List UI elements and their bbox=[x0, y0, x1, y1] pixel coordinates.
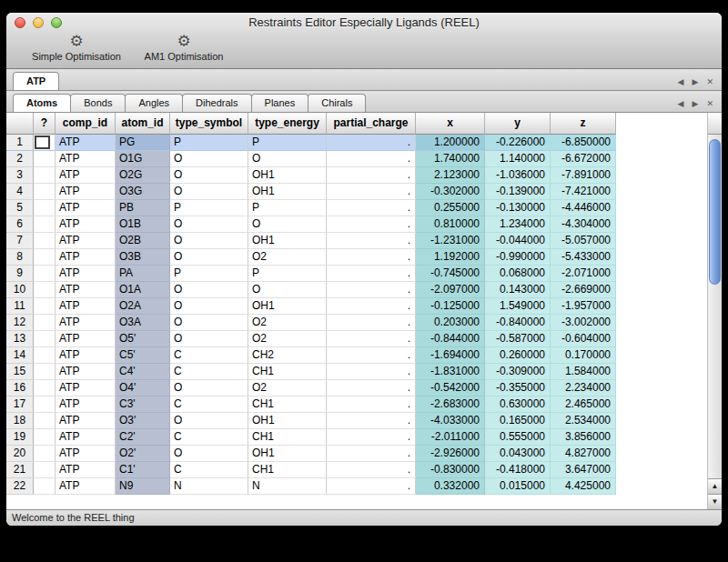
cell-partial-charge[interactable]: . bbox=[327, 315, 416, 331]
cell-type-symbol[interactable]: P bbox=[170, 266, 248, 282]
cell-comp-id[interactable]: ATP bbox=[56, 135, 116, 151]
cell-type-symbol[interactable]: O bbox=[170, 331, 248, 347]
cell-question[interactable] bbox=[34, 364, 56, 380]
cell-y[interactable]: -0.044000 bbox=[485, 233, 551, 249]
cell-z[interactable]: -7.421000 bbox=[551, 184, 616, 200]
cell-type-symbol[interactable]: O bbox=[170, 446, 248, 462]
header-type-symbol[interactable]: type_symbol bbox=[170, 113, 248, 135]
cell-atom-id[interactable]: PA bbox=[116, 266, 170, 282]
row-number[interactable]: 21 bbox=[6, 462, 34, 478]
cell-question[interactable] bbox=[34, 184, 56, 200]
cell-y[interactable]: -0.130000 bbox=[485, 200, 551, 216]
cell-question[interactable] bbox=[34, 478, 56, 495]
header-atom-id[interactable]: atom_id bbox=[116, 113, 170, 135]
cell-y[interactable]: 0.068000 bbox=[485, 266, 551, 282]
cell-type-energy[interactable]: O bbox=[248, 216, 327, 233]
cell-z[interactable]: 3.647000 bbox=[551, 462, 616, 478]
cell-partial-charge[interactable]: . bbox=[327, 233, 416, 249]
cell-x[interactable]: 1.200000 bbox=[416, 135, 485, 151]
cell-x[interactable]: -2.683000 bbox=[416, 396, 485, 413]
cell-type-symbol[interactable]: C bbox=[170, 364, 248, 380]
cell-type-symbol[interactable]: O bbox=[170, 184, 248, 200]
header-partial-charge[interactable]: partial_charge bbox=[327, 113, 416, 135]
cell-atom-id[interactable]: O2G bbox=[116, 167, 170, 184]
cell-x[interactable]: -0.745000 bbox=[416, 266, 485, 282]
cell-y[interactable]: -0.139000 bbox=[485, 184, 551, 200]
row-number[interactable]: 10 bbox=[6, 282, 34, 298]
header-type-energy[interactable]: type_energy bbox=[248, 113, 327, 135]
cell-question[interactable] bbox=[34, 429, 56, 446]
cell-y[interactable]: 0.555000 bbox=[485, 429, 551, 446]
cell-comp-id[interactable]: ATP bbox=[56, 446, 116, 462]
titlebar[interactable]: Restraints Editor Especially Ligands (RE… bbox=[6, 13, 722, 33]
tab-scroll-right-icon[interactable]: ▶ bbox=[693, 99, 699, 108]
tab-planes[interactable]: Planes bbox=[251, 94, 309, 112]
cell-x[interactable]: -1.831000 bbox=[416, 364, 485, 380]
cell-question[interactable] bbox=[34, 135, 56, 151]
cell-z[interactable]: -6.850000 bbox=[551, 135, 616, 151]
cell-y[interactable]: 0.043000 bbox=[485, 446, 551, 462]
cell-z[interactable]: -5.057000 bbox=[551, 233, 616, 249]
tab-close-icon[interactable]: ✕ bbox=[706, 99, 713, 108]
cell-partial-charge[interactable]: . bbox=[327, 200, 416, 216]
cell-comp-id[interactable]: ATP bbox=[56, 429, 116, 446]
cell-x[interactable]: 2.123000 bbox=[416, 167, 485, 184]
cell-question[interactable] bbox=[34, 233, 56, 249]
cell-y[interactable]: -1.036000 bbox=[485, 167, 551, 184]
row-number[interactable]: 20 bbox=[6, 446, 34, 462]
cell-atom-id[interactable]: O1A bbox=[116, 282, 170, 298]
row-number[interactable]: 15 bbox=[6, 364, 34, 380]
cell-z[interactable]: 4.425000 bbox=[551, 478, 616, 495]
cell-type-energy[interactable]: OH1 bbox=[248, 413, 327, 429]
row-number[interactable]: 1 bbox=[6, 135, 34, 151]
cell-atom-id[interactable]: C4' bbox=[116, 364, 170, 380]
cell-atom-id[interactable]: C1' bbox=[116, 462, 170, 478]
cell-atom-id[interactable]: O2B bbox=[116, 233, 170, 249]
cell-partial-charge[interactable]: . bbox=[327, 413, 416, 429]
cell-atom-id[interactable]: O3' bbox=[116, 413, 170, 429]
cell-type-energy[interactable]: OH1 bbox=[248, 298, 327, 315]
cell-atom-id[interactable]: PG bbox=[116, 135, 170, 151]
cell-y[interactable]: 0.143000 bbox=[485, 282, 551, 298]
cell-atom-id[interactable]: O2' bbox=[116, 446, 170, 462]
cell-x[interactable]: -2.926000 bbox=[416, 446, 485, 462]
cell-z[interactable]: -6.672000 bbox=[551, 151, 616, 167]
cell-z[interactable]: -2.071000 bbox=[551, 266, 616, 282]
cell-comp-id[interactable]: ATP bbox=[56, 396, 116, 413]
cell-question[interactable] bbox=[34, 167, 56, 184]
cell-comp-id[interactable]: ATP bbox=[56, 331, 116, 347]
cell-partial-charge[interactable]: . bbox=[327, 396, 416, 413]
cell-type-symbol[interactable]: O bbox=[170, 167, 248, 184]
cell-partial-charge[interactable]: . bbox=[327, 135, 416, 151]
cell-x[interactable]: -4.033000 bbox=[416, 413, 485, 429]
row-number[interactable]: 22 bbox=[6, 478, 34, 495]
cell-type-symbol[interactable]: O bbox=[170, 413, 248, 429]
cell-type-energy[interactable]: O bbox=[248, 282, 327, 298]
cell-x[interactable]: 0.810000 bbox=[416, 216, 485, 233]
cell-partial-charge[interactable]: . bbox=[327, 184, 416, 200]
cell-x[interactable]: 1.740000 bbox=[416, 151, 485, 167]
cell-type-symbol[interactable]: C bbox=[170, 429, 248, 446]
row-number[interactable]: 4 bbox=[6, 184, 34, 200]
cell-type-energy[interactable]: OH1 bbox=[248, 233, 327, 249]
cell-type-symbol[interactable]: O bbox=[170, 315, 248, 331]
cell-partial-charge[interactable]: . bbox=[327, 298, 416, 315]
cell-type-energy[interactable]: CH1 bbox=[248, 364, 327, 380]
cell-y[interactable]: -0.309000 bbox=[485, 364, 551, 380]
cell-atom-id[interactable]: C2' bbox=[116, 429, 170, 446]
cell-x[interactable]: -1.231000 bbox=[416, 233, 485, 249]
cell-type-energy[interactable]: CH1 bbox=[248, 429, 327, 446]
tab-scroll-left-icon[interactable]: ◀ bbox=[678, 99, 684, 108]
cell-atom-id[interactable]: O2A bbox=[116, 298, 170, 315]
cell-type-symbol[interactable]: O bbox=[170, 282, 248, 298]
cell-question[interactable] bbox=[34, 249, 56, 266]
cell-type-energy[interactable]: CH2 bbox=[248, 347, 327, 364]
zoom-button[interactable] bbox=[51, 17, 62, 28]
cell-x[interactable]: -0.302000 bbox=[416, 184, 485, 200]
cell-x[interactable]: 1.192000 bbox=[416, 249, 485, 266]
cell-x[interactable]: 0.203000 bbox=[416, 315, 485, 331]
cell-x[interactable]: 0.255000 bbox=[416, 200, 485, 216]
tab-scroll-left-icon[interactable]: ◀ bbox=[678, 77, 684, 86]
cell-y[interactable]: -0.587000 bbox=[485, 331, 551, 347]
tab-close-icon[interactable]: ✕ bbox=[706, 77, 713, 86]
